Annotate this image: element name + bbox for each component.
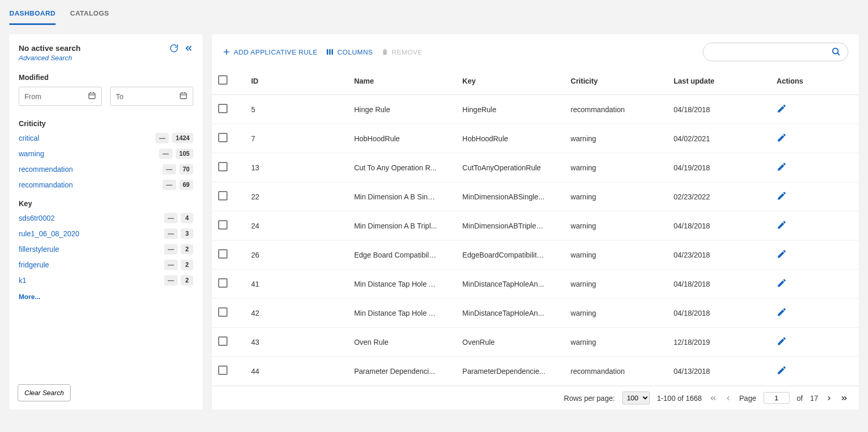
pager-range-text: 1-100 of 1668 — [657, 394, 702, 402]
table-row[interactable]: 26Edge Board Compatibilit...EdgeBoardCom… — [212, 240, 859, 269]
calendar-icon — [88, 91, 96, 101]
edit-icon[interactable] — [777, 278, 787, 288]
cell-date: 04/23/2018 — [674, 251, 710, 259]
edit-icon[interactable] — [777, 336, 787, 346]
tab-catalogs[interactable]: CATALOGS — [70, 9, 109, 25]
date-from-placeholder: From — [24, 92, 42, 101]
facet-label[interactable]: critical — [19, 134, 39, 142]
facet-exclude-button[interactable]: — — [164, 275, 178, 286]
cell-key: MinDistanceTapHoleAn... — [462, 309, 545, 317]
edit-icon[interactable] — [777, 249, 787, 259]
edit-icon[interactable] — [777, 365, 787, 375]
pager-last-icon[interactable] — [840, 394, 848, 402]
table-row[interactable]: 7HobHoodRuleHobHoodRulewarning04/02/2021 — [212, 124, 859, 153]
table-row[interactable]: 5Hinge RuleHingeRulerecommandation04/18/… — [212, 95, 859, 124]
table-row[interactable]: 43Oven RuleOvenRulewarning12/18/2019 — [212, 328, 859, 357]
row-checkbox[interactable] — [218, 336, 228, 346]
table-scroll-area[interactable]: ID Name Key Criticity Last update Action… — [212, 70, 859, 386]
pager-first-icon[interactable] — [709, 394, 717, 402]
facet-label[interactable]: sds6tr0002 — [19, 214, 55, 222]
row-checkbox[interactable] — [218, 104, 228, 113]
edit-icon[interactable] — [777, 307, 787, 317]
facet-label[interactable]: recommandation — [19, 181, 73, 189]
facet-count: 69 — [179, 180, 193, 190]
key-facet-list: sds6tr0002—4rule1_06_08_2020—3fillerstyl… — [19, 213, 193, 291]
row-checkbox[interactable] — [218, 162, 228, 171]
cell-name: Min Distance Tap Hole A... — [354, 280, 437, 288]
cell-key: MinDistanceTapHoleAn... — [462, 280, 545, 288]
col-criticity[interactable]: Criticity — [565, 70, 667, 95]
row-checkbox[interactable] — [218, 133, 228, 142]
tab-dashboard[interactable]: DASHBOARD — [9, 9, 56, 25]
facet-exclude-button[interactable]: — — [164, 213, 178, 223]
row-checkbox[interactable] — [218, 278, 228, 288]
row-checkbox[interactable] — [218, 249, 228, 259]
pager-prev-icon[interactable] — [725, 394, 732, 402]
edit-icon[interactable] — [777, 220, 787, 230]
col-name[interactable]: Name — [348, 70, 456, 95]
row-checkbox[interactable] — [218, 366, 228, 375]
pager-total-pages: 17 — [810, 394, 818, 402]
search-box[interactable] — [703, 43, 848, 61]
facet-item: sds6tr0002—4 — [19, 213, 193, 223]
facet-label[interactable]: rule1_06_08_2020 — [19, 230, 79, 238]
facet-exclude-button[interactable]: — — [155, 133, 169, 143]
clear-search-button[interactable]: Clear Search — [18, 384, 71, 401]
table-row[interactable]: 13Cut To Any Operation R...CutToAnyOpera… — [212, 153, 859, 182]
rows-per-page-select[interactable]: 100 — [622, 392, 650, 404]
search-input[interactable] — [711, 48, 831, 56]
col-last-update[interactable]: Last update — [667, 70, 770, 95]
collapse-sidebar-icon[interactable] — [184, 44, 193, 53]
date-to-input[interactable]: To — [110, 87, 193, 106]
facet-exclude-button[interactable]: — — [163, 164, 176, 174]
cell-id: 7 — [251, 134, 255, 143]
facet-label[interactable]: fillerstylerule — [19, 245, 59, 253]
row-checkbox[interactable] — [218, 307, 228, 317]
facet-label[interactable]: fridgerule — [19, 261, 49, 269]
facet-count: 3 — [181, 228, 193, 239]
facet-exclude-button[interactable]: — — [164, 228, 178, 239]
facet-exclude-button[interactable]: — — [159, 148, 172, 159]
table-row[interactable]: 24Min Dimension A B Tripl...MinDimension… — [212, 211, 859, 240]
columns-button[interactable]: COLUMNS — [326, 48, 373, 56]
date-from-input[interactable]: From — [19, 87, 102, 106]
edit-icon[interactable] — [777, 103, 787, 114]
row-checkbox[interactable] — [218, 220, 228, 230]
pager-page-input[interactable] — [764, 392, 790, 404]
remove-button: REMOVE — [381, 48, 422, 56]
facet-label[interactable]: warning — [19, 150, 44, 158]
edit-icon[interactable] — [777, 161, 787, 172]
cell-name: Parameter Dependenci... — [354, 367, 437, 375]
table-row[interactable]: 42Min Distance Tap Hole A...MinDistanceT… — [212, 299, 859, 328]
col-key[interactable]: Key — [456, 70, 564, 95]
search-icon[interactable] — [831, 47, 840, 58]
table-row[interactable]: 22Min Dimension A B Singl...MinDimension… — [212, 182, 859, 211]
facet-exclude-button[interactable]: — — [164, 244, 178, 254]
cell-name: Oven Rule — [354, 338, 437, 346]
table-row[interactable]: 41Min Distance Tap Hole A...MinDistanceT… — [212, 269, 859, 299]
refresh-icon[interactable] — [169, 44, 179, 53]
facet-exclude-button[interactable]: — — [163, 180, 176, 190]
edit-icon[interactable] — [777, 132, 787, 143]
columns-label: COLUMNS — [337, 48, 373, 56]
cell-date: 04/02/2021 — [674, 134, 710, 143]
main-toolbar: ADD APPLICATIVE RULE COLUMNS REMOVE — [212, 34, 859, 70]
facet-label[interactable]: recommendation — [19, 165, 73, 173]
col-id[interactable]: ID — [245, 70, 348, 95]
svg-rect-0 — [89, 93, 95, 99]
select-all-checkbox[interactable] — [218, 75, 228, 85]
row-checkbox[interactable] — [218, 191, 228, 200]
facet-exclude-button[interactable]: — — [164, 260, 178, 270]
cell-id: 41 — [251, 280, 259, 288]
date-to-placeholder: To — [116, 92, 124, 101]
table-row[interactable]: 44Parameter Dependenci...ParameterDepend… — [212, 357, 859, 386]
add-rule-button[interactable]: ADD APPLICATIVE RULE — [222, 48, 317, 56]
key-more-link[interactable]: More... — [19, 293, 193, 301]
facet-label[interactable]: k1 — [19, 276, 26, 285]
advanced-search-link[interactable]: Advanced Search — [19, 54, 193, 62]
pager-next-icon[interactable] — [825, 394, 833, 402]
cell-key: OvenRule — [462, 338, 545, 346]
cell-key: HingeRule — [462, 105, 545, 114]
facet-item: fridgerule—2 — [19, 260, 193, 270]
edit-icon[interactable] — [777, 191, 787, 201]
